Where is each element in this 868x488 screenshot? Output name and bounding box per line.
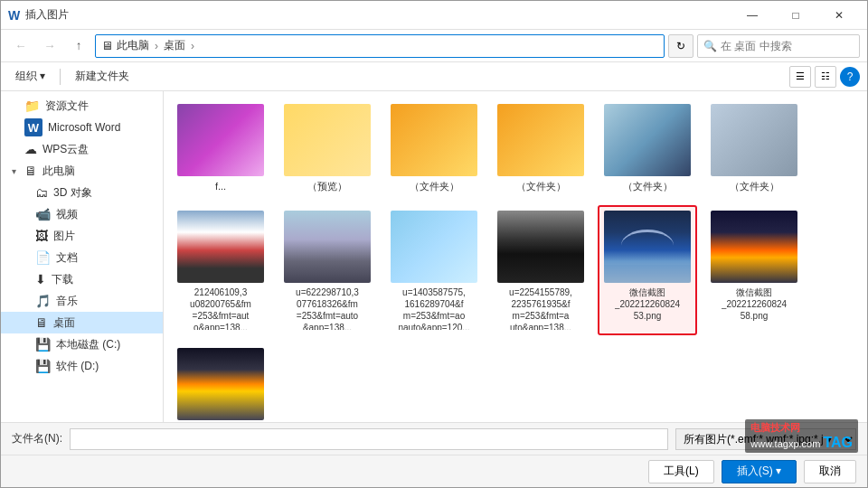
sidebar-label-software: 软件 (D:)	[56, 359, 99, 374]
window-controls: — □ ✕	[731, 1, 860, 30]
file-item-city2[interactable]: 微信截图_20221226082458.png	[704, 205, 804, 335]
sidebar-item-software-disk[interactable]: 💾 软件 (D:)	[1, 355, 163, 377]
search-input[interactable]	[721, 40, 854, 52]
sidebar-item-docs[interactable]: 📄 文档	[1, 247, 163, 268]
organize-button[interactable]: 组织 ▾	[8, 66, 52, 88]
file-item-2[interactable]: （预览）	[278, 99, 377, 198]
sidebar-item-pc[interactable]: ▾ 🖥 此电脑	[1, 160, 163, 182]
3d-icon: 🗂	[35, 185, 48, 200]
address-path[interactable]: 🖥 此电脑 › 桌面 ›	[95, 34, 665, 58]
cloud-icon: ☁	[24, 142, 37, 156]
path-part-computer: 此电脑	[117, 38, 149, 53]
address-bar: ← → ↑ 🖥 此电脑 › 桌面 › ↻ 🔍	[1, 30, 867, 62]
path-separator-1: ›	[155, 40, 158, 52]
view-details-button[interactable]: ☷	[815, 66, 836, 88]
sidebar-label-resources: 资源文件	[45, 99, 89, 114]
file-item-6[interactable]: （文件夹）	[704, 99, 804, 198]
desktop-icon: 🖥	[35, 315, 48, 330]
file-item-rock[interactable]: u=622298710,3077618326&fm=253&fmt=auto&a…	[278, 205, 377, 335]
sidebar-label-video: 视频	[56, 207, 78, 222]
file-item-4[interactable]: （文件夹）	[491, 99, 590, 198]
insert-image-dialog: W 插入图片 — □ ✕ ← → ↑ 🖥 此电脑 › 桌面 › ↻ 🔍 组织 ▾…	[0, 0, 868, 488]
file-thumb-6	[711, 104, 797, 176]
hdd-icon-c: 💾	[35, 337, 51, 352]
thumb-orange-folder	[391, 104, 477, 176]
sidebar-item-resources[interactable]: 📁 资源文件	[1, 95, 163, 117]
sidebar-label-word: Microsoft Word	[48, 121, 120, 134]
filetype-select[interactable]: 所有图片(*.emf;*.wmf;*.jpg;*.j ▾	[675, 428, 856, 450]
file-item-lightblue[interactable]: u=1403587575,1616289704&fm=253&fmt=aonau…	[384, 205, 484, 335]
word-title-icon: W	[8, 8, 20, 23]
expand-icon-pc: ▾	[8, 166, 19, 176]
path-part-desktop: 桌面	[164, 38, 185, 53]
sidebar: 📁 资源文件 W Microsoft Word ☁ WPS云盘 ▾ 🖥 此电脑	[1, 91, 164, 422]
sidebar-item-desktop[interactable]: 🖥 桌面	[1, 312, 163, 333]
maximize-button[interactable]: □	[775, 1, 816, 30]
file-thumb-5	[604, 104, 691, 176]
file-item-city3[interactable]: 微信截图_20221226082503.png	[171, 343, 270, 422]
tools-button[interactable]: 工具(L)	[648, 460, 714, 483]
cancel-button[interactable]: 取消	[804, 460, 856, 483]
file-name-lightblue: u=1403587575,1616289704&fm=253&fmt=aonau…	[398, 286, 469, 330]
file-name-1: f...	[215, 180, 226, 192]
file-name-5: （文件夹）	[623, 180, 673, 192]
thumb-person-img	[497, 211, 584, 283]
filename-input[interactable]	[70, 428, 668, 450]
file-item-5[interactable]: （文件夹）	[598, 99, 697, 198]
thumb-lightblue-img	[391, 211, 477, 283]
title-bar: W 插入图片 — □ ✕	[1, 1, 867, 30]
sidebar-item-3d[interactable]: 🗂 3D 对象	[1, 182, 163, 203]
search-box[interactable]: 🔍	[697, 34, 860, 58]
file-name-portrait: 212406109,3u08200765&fm=253&fmt=auto&app…	[190, 286, 251, 330]
file-name-rock: u=622298710,3077618326&fm=253&fmt=auto&a…	[296, 286, 359, 330]
file-item-bridge[interactable]: 微信截图_20221226082453.png	[598, 205, 697, 335]
file-thumb-bridge	[604, 211, 691, 283]
pc-icon: 🖥	[24, 164, 37, 178]
sidebar-item-local-disk[interactable]: 💾 本地磁盘 (C:)	[1, 333, 163, 355]
forward-button[interactable]: →	[37, 33, 62, 59]
dialog-title: 插入图片	[25, 7, 731, 23]
file-area[interactable]: f... （预览） （文件夹）	[164, 91, 867, 422]
thumb-portrait-img	[177, 211, 264, 283]
file-thumb-person	[497, 211, 584, 283]
minimize-button[interactable]: —	[731, 1, 773, 30]
path-separator-2: ›	[191, 40, 194, 52]
sidebar-item-pictures[interactable]: 🖼 图片	[1, 225, 163, 247]
file-item-person[interactable]: u=2254155789,2235761935&fm=253&fmt=auto&…	[491, 205, 590, 335]
file-thumb-city3	[177, 348, 264, 420]
toolbar-right: ☰ ☷ ?	[789, 66, 860, 88]
sidebar-label-wps: WPS云盘	[42, 142, 89, 157]
thumb-folder-open	[284, 104, 371, 176]
file-item-3[interactable]: （文件夹）	[384, 99, 484, 198]
new-folder-button[interactable]: 新建文件夹	[68, 66, 137, 88]
file-thumb-rock	[284, 211, 371, 283]
pictures-icon: 🖼	[35, 229, 48, 243]
video-icon: 📹	[35, 207, 51, 221]
sidebar-item-music[interactable]: 🎵 音乐	[1, 290, 163, 312]
sidebar-label-desktop: 桌面	[53, 315, 75, 331]
close-button[interactable]: ✕	[818, 1, 860, 30]
view-menu-button[interactable]: ☰	[789, 66, 811, 88]
docs-icon: 📄	[35, 250, 51, 265]
sidebar-item-wps[interactable]: ☁ WPS云盘	[1, 138, 163, 160]
refresh-button[interactable]: ↻	[668, 34, 693, 58]
back-button[interactable]: ←	[8, 33, 33, 59]
sidebar-label-pictures: 图片	[53, 229, 75, 244]
file-thumb-lightblue	[391, 211, 477, 283]
file-item-portrait[interactable]: 212406109,3u08200765&fm=253&fmt=auto&app…	[171, 205, 270, 335]
up-button[interactable]: ↑	[66, 33, 91, 59]
sidebar-item-video[interactable]: 📹 视频	[1, 203, 163, 225]
file-name-3: （文件夹）	[410, 180, 459, 192]
sidebar-item-downloads[interactable]: ⬇ 下载	[1, 268, 163, 290]
file-name-4: （文件夹）	[516, 180, 566, 192]
file-item-1[interactable]: f...	[171, 99, 270, 198]
insert-button[interactable]: 插入(S) ▾	[722, 460, 797, 483]
sidebar-item-word[interactable]: W Microsoft Word	[1, 117, 163, 138]
file-thumb-portrait	[177, 211, 264, 283]
filename-bar: 文件名(N): 所有图片(*.emf;*.wmf;*.jpg;*.j ▾	[1, 422, 867, 455]
help-button[interactable]: ?	[840, 67, 860, 87]
thumb-city2-img	[711, 211, 797, 283]
filename-label: 文件名(N):	[12, 431, 62, 446]
file-thumb-2	[284, 104, 371, 176]
hdd-icon-d: 💾	[35, 359, 51, 373]
